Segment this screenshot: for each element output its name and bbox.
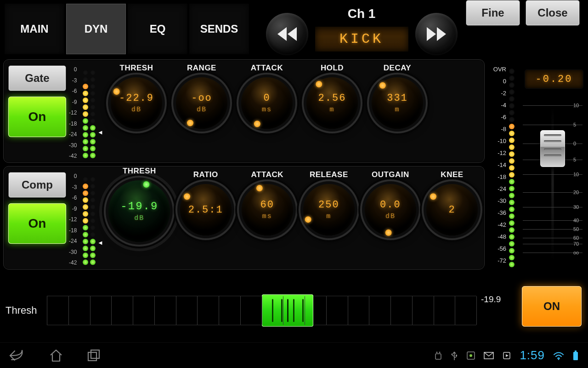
svg-point-4 (439, 351, 441, 353)
comp-knob-outgain[interactable]: 0.0dB (365, 184, 416, 236)
comp-knob-label-4: OUTGAIN (372, 170, 409, 179)
svg-point-5 (452, 353, 453, 355)
fader-handle[interactable] (540, 130, 565, 167)
tab-main[interactable]: MAIN (5, 4, 64, 54)
gate-knob-thresh[interactable]: -22.9dB (111, 77, 162, 129)
usb-icon (451, 351, 458, 361)
fader-value-lcd: -0.20 (525, 69, 583, 89)
fine-button[interactable]: Fine (466, 0, 520, 26)
threshold-slider[interactable] (47, 296, 476, 325)
comp-knob-label-3: RELEASE (310, 170, 348, 179)
gate-meter-2 (90, 66, 96, 158)
gate-knob-label-4: DECAY (384, 63, 411, 73)
prev-channel-button[interactable] (266, 13, 308, 55)
channel-name-lcd[interactable]: KICK (315, 26, 409, 52)
svg-rect-1 (91, 350, 99, 358)
svg-rect-2 (435, 354, 441, 359)
gate-knob-label-2: ATTACK (251, 63, 283, 73)
bottom-param-value: -19.9 (481, 294, 518, 305)
comp-knob-label-2: ATTACK (251, 170, 283, 179)
close-button[interactable]: Close (526, 0, 580, 26)
android-icon-1 (434, 351, 442, 360)
comp-knob-ratio[interactable]: 2.5:1 (180, 184, 232, 236)
threshold-on-button[interactable]: ON (522, 286, 582, 327)
threshold-slider-handle[interactable] (262, 294, 313, 327)
comp-meter-2 (90, 173, 96, 265)
recents-icon[interactable] (86, 349, 101, 362)
svg-rect-0 (88, 352, 96, 361)
battery-icon (572, 351, 579, 361)
gate-scale: 0-3-6-9-12-18-24-30-42 (69, 64, 77, 162)
home-icon[interactable] (49, 349, 63, 362)
output-meter (509, 69, 514, 267)
next-channel-button[interactable] (415, 13, 458, 55)
gate-threshold-marker: ◄ (97, 129, 103, 136)
comp-knob-attack[interactable]: 60ms (242, 184, 293, 236)
gate-knob-label-3: HOLD (321, 63, 344, 73)
gate-knob-label-1: RANGE (187, 63, 216, 73)
svg-point-3 (436, 351, 438, 353)
tab-dyn[interactable]: DYN (66, 4, 126, 54)
output-meter-scale: OVR0-2-4-6-8-10-12-14-18-24-30-36-42-48-… (487, 65, 506, 268)
comp-on-button[interactable]: On (8, 203, 66, 244)
comp-knob-label-1: RATIO (193, 170, 218, 179)
comp-knob-knee[interactable]: 2 (426, 184, 478, 236)
gate-knob-hold[interactable]: 2.56m (306, 77, 358, 129)
comp-knob-thresh[interactable]: -19.9dB (108, 180, 170, 242)
comp-scale: 0-3-6-9-12-18-24-30-42 (69, 171, 77, 269)
gate-knob-range[interactable]: -oodB (176, 77, 227, 129)
comp-knob-label-5: KNEE (441, 170, 463, 179)
svg-rect-12 (573, 352, 578, 360)
svg-rect-6 (456, 355, 457, 356)
gate-on-button[interactable]: On (8, 97, 66, 137)
gate-knob-decay[interactable]: 331m (372, 77, 423, 129)
gate-knob-attack[interactable]: 0ms (241, 77, 293, 129)
wifi-icon (553, 351, 564, 360)
comp-knob-label-0: THRESH (123, 167, 156, 176)
channel-fader[interactable]: 1050510203040506070oo (523, 105, 582, 262)
gate-knob-label-0: THRESH (120, 63, 153, 73)
android-system-bar: 1:59 (0, 342, 588, 368)
forward-icon (426, 27, 447, 41)
comp-meter-1 (83, 173, 88, 265)
comp-label-button[interactable]: Comp (8, 172, 66, 198)
gate-label-button[interactable]: Gate (8, 65, 66, 91)
debug-icon (466, 351, 475, 360)
tab-eq[interactable]: EQ (128, 4, 187, 54)
svg-point-11 (558, 358, 560, 360)
comp-threshold-marker: ◄ (97, 239, 103, 246)
svg-rect-13 (575, 351, 577, 352)
back-icon[interactable] (9, 349, 26, 362)
comp-panel: Comp On 0-3-6-9-12-18-24-30-42 ◄ THRESH-… (3, 166, 485, 270)
gate-panel: Gate On 0-3-6-9-12-18-24-30-42 ◄ THRESH-… (3, 59, 485, 163)
tab-sends[interactable]: SENDS (189, 4, 249, 54)
rewind-icon (277, 27, 298, 41)
play-store-icon (502, 351, 511, 360)
svg-point-8 (469, 354, 472, 357)
mail-icon (484, 352, 494, 359)
status-clock: 1:59 (520, 348, 545, 362)
bottom-param-label: Thresh (6, 305, 47, 316)
comp-knob-release[interactable]: 250m (303, 184, 355, 236)
gate-meter-1 (83, 66, 88, 158)
